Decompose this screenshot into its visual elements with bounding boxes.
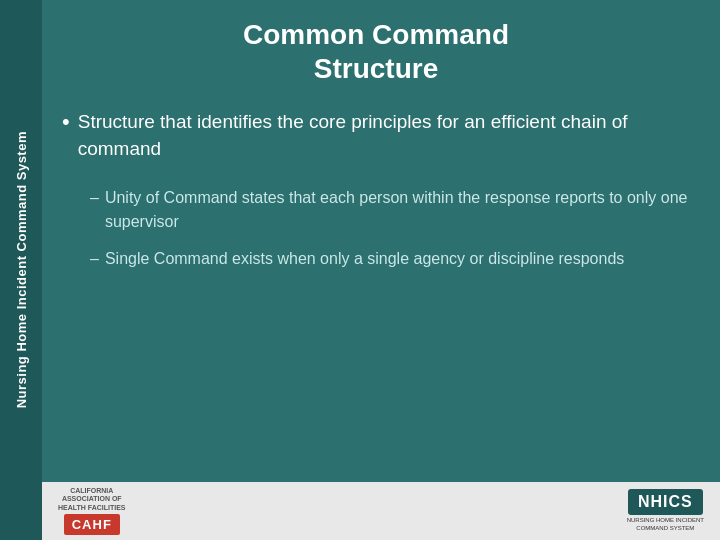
sidebar-label: Nursing Home Incident Command System: [14, 131, 29, 408]
nhics-logo: NHICS NURSING HOME INCIDENTCOMMAND SYSTE…: [627, 489, 704, 533]
slide: Nursing Home Incident Command System Com…: [0, 0, 720, 540]
bullet-list: Structure that identifies the core princ…: [62, 109, 690, 178]
nhics-subtitle: NURSING HOME INCIDENTCOMMAND SYSTEM: [627, 517, 704, 533]
cahf-logo: CALIFORNIAASSOCIATION OFHEALTH FACILITIE…: [58, 487, 126, 535]
main-bullet: Structure that identifies the core princ…: [62, 109, 690, 162]
main-content: Common Command Structure Structure that …: [42, 0, 720, 540]
cahf-logo-top-text: CALIFORNIAASSOCIATION OFHEALTH FACILITIE…: [58, 487, 126, 512]
cahf-badge: CAHF: [64, 514, 120, 535]
sub-bullet-2: Single Command exists when only a single…: [90, 247, 690, 270]
bottom-bar: CALIFORNIAASSOCIATION OFHEALTH FACILITIE…: [42, 482, 720, 540]
sub-bullets: Unity of Command states that each person…: [90, 186, 690, 284]
slide-title: Common Command Structure: [62, 18, 690, 85]
nhics-badge: NHICS: [628, 489, 703, 515]
sidebar: Nursing Home Incident Command System: [0, 0, 42, 540]
sub-bullet-1: Unity of Command states that each person…: [90, 186, 690, 232]
